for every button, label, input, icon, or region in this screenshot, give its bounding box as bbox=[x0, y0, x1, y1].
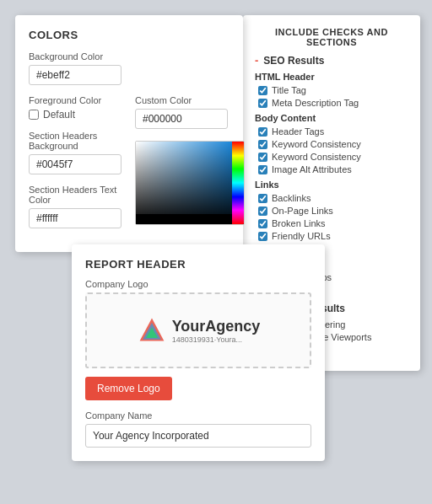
logo-sub-text: 1480319931·Youra... bbox=[172, 335, 261, 344]
color-black-bar bbox=[136, 214, 232, 224]
check-broken-links: Broken Links bbox=[255, 218, 408, 228]
check-header-tags-checkbox[interactable] bbox=[258, 127, 267, 137]
section-bg-input[interactable] bbox=[29, 154, 122, 174]
check-meta-desc-checkbox[interactable] bbox=[258, 99, 267, 108]
check-backlinks-checkbox[interactable] bbox=[258, 194, 267, 203]
fg-color-label: Foreground Color bbox=[29, 95, 122, 105]
check-backlinks-label: Backlinks bbox=[272, 193, 310, 203]
section-text-label: Section Headers Text Color bbox=[29, 185, 122, 205]
colors-panel: COLORS Background Color Foreground Color… bbox=[15, 15, 243, 252]
seo-section-header: - SEO Results bbox=[255, 54, 408, 67]
checks-title: INCLUDE CHECKS AND SECTIONS bbox=[255, 27, 408, 47]
html-header-label: HTML Header bbox=[255, 72, 408, 82]
company-name-label: Company Name bbox=[85, 410, 311, 421]
custom-color-label: Custom Color bbox=[135, 95, 245, 105]
logo-text-area: YourAgency 1480319931·Youra... bbox=[172, 318, 261, 344]
check-onpage-links-checkbox[interactable] bbox=[258, 206, 267, 216]
check-header-tags-label: Header Tags bbox=[272, 126, 324, 137]
company-logo-label: Company Logo bbox=[85, 279, 311, 289]
check-friendly-urls-checkbox[interactable] bbox=[258, 232, 267, 241]
check-keyword-consistency-1-checkbox[interactable] bbox=[258, 140, 267, 149]
check-friendly-urls-label: Friendly URLs bbox=[272, 231, 331, 241]
colors-title: COLORS bbox=[29, 29, 230, 41]
check-image-alt: Image Alt Attributes bbox=[255, 164, 408, 174]
logo-box: YourAgency 1480319931·Youra... bbox=[85, 292, 311, 368]
check-onpage-links-label: On-Page Links bbox=[272, 206, 333, 216]
color-gradient bbox=[136, 142, 244, 224]
check-image-alt-label: Image Alt Attributes bbox=[272, 164, 352, 174]
check-header-tags: Header Tags bbox=[255, 126, 408, 137]
check-title-tag-label: Title Tag bbox=[272, 85, 306, 95]
fg-default-label: Default bbox=[43, 109, 75, 121]
check-meta-desc: Meta Description Tag bbox=[255, 98, 408, 108]
check-keyword-consistency-2: Keyword Consistency bbox=[255, 152, 408, 162]
links-label: Links bbox=[255, 180, 408, 190]
check-broken-links-label: Broken Links bbox=[272, 218, 326, 228]
logo-brand-text: YourAgency bbox=[172, 318, 261, 335]
bg-color-input[interactable] bbox=[29, 65, 122, 85]
seo-dash-icon: - bbox=[255, 54, 258, 67]
logo-content: YourAgency 1480319931·Youra... bbox=[137, 315, 261, 346]
check-title-tag: Title Tag bbox=[255, 85, 408, 95]
check-friendly-urls: Friendly URLs bbox=[255, 231, 408, 241]
fg-default-checkbox[interactable] bbox=[29, 110, 39, 120]
check-keyword-consistency-1: Keyword Consistency bbox=[255, 139, 408, 149]
check-broken-links-checkbox[interactable] bbox=[258, 219, 267, 228]
section-bg-label: Section Headers Background bbox=[29, 131, 122, 151]
check-title-tag-checkbox[interactable] bbox=[258, 86, 267, 95]
check-backlinks: Backlinks bbox=[255, 193, 408, 203]
bg-color-label: Background Color bbox=[29, 51, 230, 62]
color-spectrum bbox=[232, 142, 244, 224]
check-image-alt-checkbox[interactable] bbox=[258, 165, 267, 174]
section-text-input[interactable] bbox=[29, 208, 122, 228]
custom-color-input[interactable] bbox=[135, 109, 228, 129]
check-keyword-consistency-1-label: Keyword Consistency bbox=[272, 139, 361, 149]
report-title: REPORT HEADER bbox=[85, 258, 311, 271]
check-keyword-consistency-2-checkbox[interactable] bbox=[258, 153, 267, 162]
agency-logo-icon bbox=[137, 315, 167, 346]
color-picker[interactable] bbox=[135, 141, 245, 225]
seo-section-label: SEO Results bbox=[263, 55, 324, 67]
body-content-label: Body Content bbox=[255, 113, 408, 123]
check-keyword-consistency-2-label: Keyword Consistency bbox=[272, 152, 361, 162]
report-panel: REPORT HEADER Company Logo YourAgency 14… bbox=[72, 244, 325, 461]
check-meta-desc-label: Meta Description Tag bbox=[272, 98, 359, 108]
remove-logo-button[interactable]: Remove Logo bbox=[85, 377, 172, 400]
company-name-input[interactable] bbox=[85, 424, 311, 448]
check-onpage-links: On-Page Links bbox=[255, 206, 408, 216]
